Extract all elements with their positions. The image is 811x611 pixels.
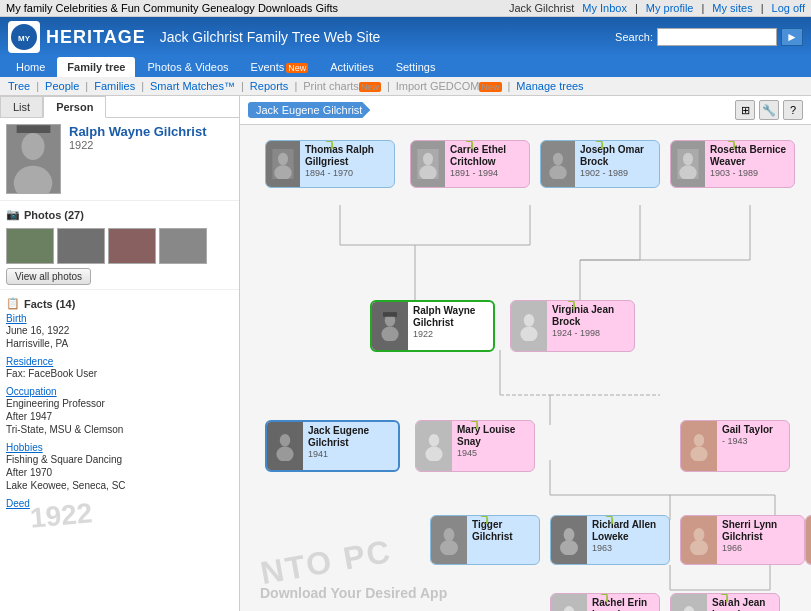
card-mary[interactable]: 🌱 Mary Louise Snay 1945	[415, 420, 535, 472]
svg-point-64	[694, 528, 705, 541]
fact-deed: Deed Straight A Student1942	[6, 498, 233, 509]
card-photo-rosetta	[671, 141, 705, 187]
top-nav-right: Jack Gilchrist My Inbox | My profile | M…	[509, 2, 805, 14]
card-rosetta[interactable]: 🌱 Rosetta Bernice Weaver 1903 - 1989	[670, 140, 795, 188]
subnav-families[interactable]: Families	[94, 80, 135, 92]
svg-rect-5	[17, 125, 51, 133]
tab-home[interactable]: Home	[6, 57, 55, 77]
tree-breadcrumb[interactable]: Jack Eugene Gilchrist	[248, 102, 370, 118]
nav-logoff[interactable]: Log off	[772, 2, 805, 14]
nav-community[interactable]: Community	[143, 2, 199, 14]
view-all-photos-button[interactable]: View all photos	[6, 268, 91, 285]
nav-genealogy[interactable]: Genealogy	[202, 2, 255, 14]
fact-birth-label[interactable]: Birth	[6, 313, 233, 324]
svg-point-50	[276, 447, 293, 461]
subnav-import-gedcom[interactable]: Import GEDCOMNew	[396, 80, 502, 92]
card-photo-sherri	[681, 516, 717, 564]
card-photo-virginia	[511, 301, 547, 351]
tree-canvas: 🌱 Thomas Ralph Gillgriest 1894 - 1970 🌱 …	[240, 125, 811, 611]
nav-inbox[interactable]: My Inbox	[582, 2, 627, 14]
tab-settings[interactable]: Settings	[386, 57, 446, 77]
card-years-joseph: 1902 - 1989	[580, 168, 654, 178]
fact-hobbies-label[interactable]: Hobbies	[6, 442, 233, 453]
photo-thumb-4[interactable]	[159, 228, 207, 264]
nav-profile[interactable]: My profile	[646, 2, 694, 14]
nav-my-family[interactable]: My family	[6, 2, 52, 14]
new-badge-gedcom: New	[479, 82, 501, 92]
photo-thumb-2[interactable]	[57, 228, 105, 264]
card-carrie[interactable]: 🌱 Carrie Ethel Critchlow 1891 - 1994	[410, 140, 530, 188]
card-years-jack: 1941	[308, 449, 393, 459]
leaf-icon-rachel: 🌱	[597, 593, 614, 602]
card-photo-gail	[681, 421, 717, 471]
card-jack[interactable]: Jack Eugene Gilchrist 1941	[265, 420, 400, 472]
card-rachel[interactable]: 🌱 Rachel Erin Loweke 1996	[550, 593, 660, 611]
card-richard[interactable]: 🌱 Richard Allen Loweke 1963	[550, 515, 670, 565]
card-tigger[interactable]: 🌱 Tigger Gilchrist	[430, 515, 540, 565]
svg-point-65	[690, 540, 708, 555]
card-photo-richard	[551, 516, 587, 564]
fact-occupation-label[interactable]: Occupation	[6, 386, 233, 397]
person-name: Ralph Wayne Gilchrist	[69, 124, 233, 139]
card-name-thomas: Thomas Ralph Gillgriest	[305, 144, 389, 168]
fact-residence-value: Fax: FaceBook User	[6, 367, 233, 380]
svg-point-39	[683, 153, 693, 166]
svg-point-33	[423, 153, 433, 166]
watermark-text: NTO PC	[258, 533, 395, 592]
card-joseph[interactable]: 🌱 Joseph Omar Brock 1902 - 1989	[540, 140, 660, 188]
search-input[interactable]	[657, 28, 777, 46]
nav-gifts[interactable]: Gifts	[315, 2, 338, 14]
tab-photos-videos[interactable]: Photos & Videos	[137, 57, 238, 77]
fact-birth: Birth June 16, 1922Harrisville, PA	[6, 313, 233, 350]
subnav-tree[interactable]: Tree	[8, 80, 30, 92]
card-partial-right[interactable]: P...	[805, 515, 811, 565]
card-name-sherri: Sherri Lynn Gilchrist	[722, 519, 799, 543]
main-navigation: Home Family tree Photos & Videos EventsN…	[0, 57, 811, 77]
leaf-icon-joseph: 🌱	[592, 140, 609, 149]
subnav-smart-matches[interactable]: Smart Matches™	[150, 80, 235, 92]
tab-events[interactable]: EventsNew	[241, 57, 319, 77]
search-button[interactable]: ►	[781, 28, 803, 46]
card-virginia[interactable]: 🌱 Virginia Jean Brock 1924 - 1998	[510, 300, 635, 352]
tab-activities[interactable]: Activities	[320, 57, 383, 77]
card-years-gail: - 1943	[722, 436, 784, 446]
nav-celebrities[interactable]: Celebrities & Fun	[56, 2, 140, 14]
nav-sites[interactable]: My sites	[712, 2, 752, 14]
top-nav-left: My family Celebrities & Fun Community Ge…	[6, 2, 338, 14]
photos-grid	[6, 228, 233, 264]
card-sarah[interactable]: 🌱 Sarah Jean Loweke	[670, 593, 780, 611]
photo-thumb-3[interactable]	[108, 228, 156, 264]
fact-residence-label[interactable]: Residence	[6, 356, 233, 367]
card-gail[interactable]: Gail Taylor - 1943	[680, 420, 790, 472]
card-years-richard: 1963	[592, 543, 664, 553]
logo-icon: MY	[8, 21, 40, 53]
card-name-ralph: Ralph Wayne Gilchrist	[413, 305, 488, 329]
tree-help-button[interactable]: ?	[783, 100, 803, 120]
photo-thumb-1[interactable]	[6, 228, 54, 264]
subnav-manage-trees[interactable]: Manage trees	[516, 80, 583, 92]
card-ralph[interactable]: Ralph Wayne Gilchrist 1922	[370, 300, 495, 352]
tree-wrench-button[interactable]: 🔧	[759, 100, 779, 120]
tree-resize-button[interactable]: ⊞	[735, 100, 755, 120]
card-years-rosetta: 1903 - 1989	[710, 168, 789, 178]
person-birth-year: 1922	[69, 139, 233, 151]
svg-point-62	[560, 540, 578, 555]
card-sherri[interactable]: Sherri Lynn Gilchrist 1966	[680, 515, 805, 565]
fact-deed-label[interactable]: Deed	[6, 498, 233, 509]
tab-list[interactable]: List	[0, 96, 43, 117]
subnav-people[interactable]: People	[45, 80, 79, 92]
person-details: Ralph Wayne Gilchrist 1922	[69, 124, 233, 151]
nav-downloads[interactable]: Downloads	[258, 2, 312, 14]
watermark-subtext: Download Your Desired App	[260, 585, 447, 601]
subnav-print-charts[interactable]: Print chartsNew	[303, 80, 381, 92]
tab-person[interactable]: Person	[43, 96, 106, 118]
fact-birth-value: June 16, 1922Harrisville, PA	[6, 324, 233, 350]
subnav-reports[interactable]: Reports	[250, 80, 289, 92]
card-thomas[interactable]: 🌱 Thomas Ralph Gillgriest 1894 - 1970	[265, 140, 395, 188]
fact-occupation: Occupation Engineering ProfessorAfter 19…	[6, 386, 233, 436]
facts-section: 📋 Facts (14) Birth June 16, 1922Harrisvi…	[0, 289, 239, 509]
tab-family-tree[interactable]: Family tree	[57, 57, 135, 77]
card-photo-sarah	[671, 594, 707, 611]
svg-point-59	[440, 540, 458, 555]
card-years-thomas: 1894 - 1970	[305, 168, 389, 178]
